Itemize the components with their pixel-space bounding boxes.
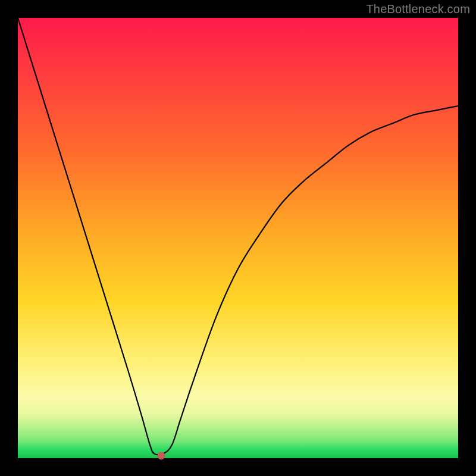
curve-svg — [18, 18, 458, 458]
attribution-label: TheBottleneck.com — [366, 2, 470, 16]
bottleneck-curve — [18, 18, 458, 455]
plot-area — [18, 18, 458, 458]
optimum-marker-icon — [157, 452, 165, 460]
chart-frame: TheBottleneck.com — [0, 0, 476, 476]
